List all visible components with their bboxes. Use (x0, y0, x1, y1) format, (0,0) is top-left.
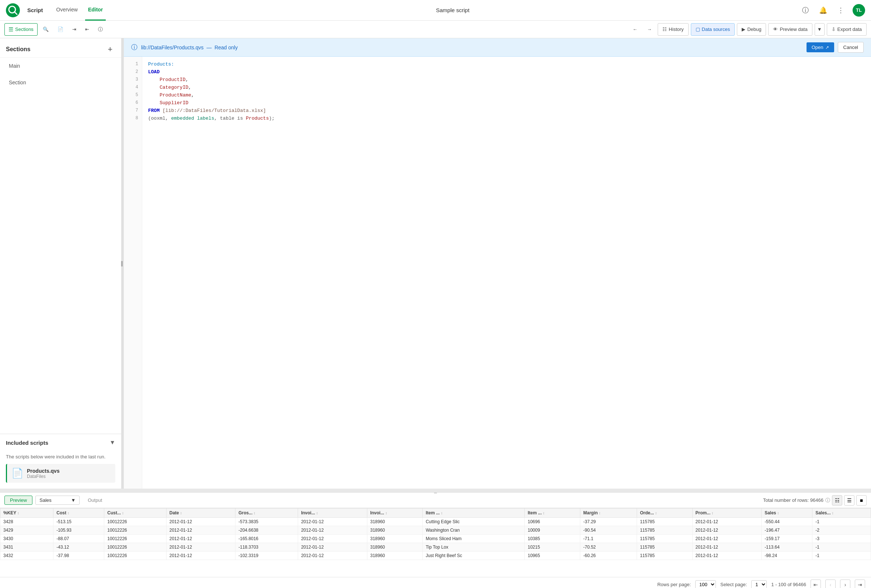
table-column-header[interactable]: Item ...↕ (525, 509, 580, 518)
user-avatar[interactable]: TL (853, 4, 865, 16)
undo-button[interactable]: ← (629, 23, 641, 36)
sort-icon: ↕ (655, 511, 657, 515)
sort-icon: ↕ (441, 511, 443, 515)
preview-panel: Preview Sales ▼ Output Total number of r… (0, 492, 871, 577)
data-sources-button[interactable]: ▢ Data sources (691, 23, 735, 36)
sidebar: Sections + Main Section Included scripts… (0, 38, 121, 489)
grid-view-1-button[interactable]: ☷ (832, 495, 842, 506)
table-column-header[interactable]: Margin↕ (580, 509, 637, 518)
table-cell: -43.12 (54, 543, 104, 552)
debug-button[interactable]: ▶ Debug (737, 23, 766, 36)
included-scripts-title: Included scripts (6, 440, 48, 446)
export-data-icon: ⇩ (832, 27, 836, 32)
editor-area: ⓘ lib://DataFiles/Products.qvs — Read on… (124, 38, 871, 489)
table-cell: -165.8016 (235, 534, 298, 543)
script-file-item[interactable]: 📄 Products.qvs DataFiles (6, 464, 115, 483)
bottom-resize-handle[interactable]: ⎯ (0, 489, 871, 492)
add-section-button[interactable]: + (105, 44, 115, 54)
table-column-header[interactable]: Item ...↕ (423, 509, 525, 518)
table-column-header[interactable]: Cust...↕ (104, 509, 166, 518)
help-icon: ⓘ (98, 26, 103, 33)
sections-button[interactable]: ☰ Sections (4, 23, 37, 36)
table-column-header[interactable]: Invoi...↕ (367, 509, 423, 518)
help-button[interactable]: ⓘ (94, 23, 106, 36)
line-numbers: 1 2 3 4 5 6 7 8 (124, 57, 142, 489)
table-cell: 318960 (367, 518, 423, 526)
table-column-header[interactable]: %KEY↕ (0, 509, 54, 518)
table-cell: 318960 (367, 534, 423, 543)
sections-icon: ☰ (9, 26, 13, 33)
search-button[interactable]: 🔍 (39, 23, 52, 36)
table-row[interactable]: 3428-513.15100122262012-01-12-573.383520… (0, 518, 871, 526)
table-cell: 3430 (0, 534, 54, 543)
table-cell: Cutting Edge Slic (423, 518, 525, 526)
data-table-wrapper[interactable]: %KEY↕Cost↕Cust...↕Date↕Gros...↕Invoi...↕… (0, 508, 871, 577)
first-page-button[interactable]: ⇤ (811, 579, 821, 588)
table-column-header[interactable]: Gros...↕ (235, 509, 298, 518)
table-column-header[interactable]: Date↕ (166, 509, 235, 518)
table-cell: 2012-01-12 (298, 552, 367, 560)
preview-button[interactable]: Preview (4, 495, 33, 505)
table-cell: 10696 (525, 518, 580, 526)
notifications-icon-button[interactable]: 🔔 (817, 4, 829, 16)
included-scripts-body: The scripts below were included in the l… (0, 451, 121, 489)
sidebar-item-section[interactable]: Section (0, 75, 121, 91)
page-range-label: 1 - 100 of 96466 (771, 582, 806, 587)
rows-per-page-select[interactable]: 100 50 200 (695, 580, 716, 588)
table-column-header[interactable]: Cost↕ (54, 509, 104, 518)
preview-data-button[interactable]: 👁 Preview data (768, 23, 812, 36)
output-button[interactable]: Output (82, 496, 107, 504)
info-circle-icon: ⓘ (825, 497, 830, 504)
sort-icon: ↕ (122, 511, 124, 515)
sort-icon: ↕ (316, 511, 318, 515)
table-dropdown[interactable]: Sales ▼ (35, 495, 79, 505)
table-column-header[interactable]: Sales...↕ (813, 509, 871, 518)
search-icon: 🔍 (43, 27, 49, 32)
grid-icon-button[interactable]: ⋮ (835, 4, 847, 16)
grid-view-3-button[interactable]: ■ (856, 495, 867, 506)
table-cell: -196.47 (762, 526, 813, 534)
grid-view-2-button[interactable]: ☰ (844, 495, 855, 506)
table-cell: 2012-01-12 (166, 526, 235, 534)
table-cell: 3428 (0, 518, 54, 526)
tab-editor[interactable]: Editor (85, 0, 106, 21)
select-page-select[interactable]: 1 2 3 (751, 580, 767, 588)
table-row[interactable]: 3429-105.93100122262012-01-12-204.663820… (0, 526, 871, 534)
pagination-bar: Rows per page: 100 50 200 Select page: 1… (0, 577, 871, 588)
table-row[interactable]: 3431-43.12100122262012-01-12-118.3703201… (0, 543, 871, 552)
open-external-icon: ↗ (825, 45, 829, 50)
table-column-header[interactable]: Orde...↕ (637, 509, 692, 518)
readonly-cancel-button[interactable]: Cancel (838, 42, 864, 53)
help-icon-button[interactable]: ⓘ (799, 4, 811, 16)
preview-data-icon: 👁 (773, 27, 778, 32)
table-cell: 10215 (525, 543, 580, 552)
redo-button[interactable]: → (643, 23, 655, 36)
snippet-button[interactable]: 📄 (54, 23, 67, 36)
table-column-header[interactable]: Invoi...↕ (298, 509, 367, 518)
last-page-button[interactable]: ⇥ (855, 579, 865, 588)
outdent-button[interactable]: ⇤ (81, 23, 93, 36)
table-row[interactable]: 3430-88.07100122262012-01-12-165.8016201… (0, 534, 871, 543)
readonly-open-button[interactable]: Open ↗ (807, 42, 834, 52)
history-button[interactable]: ☷ History (658, 23, 688, 36)
prev-page-button[interactable]: ‹ (825, 579, 836, 588)
table-cell: 10385 (525, 534, 580, 543)
table-cell: -90.54 (580, 526, 637, 534)
code-content[interactable]: Products: LOAD ProductID, CategoryID, Pr… (142, 57, 871, 489)
next-page-button[interactable]: › (840, 579, 850, 588)
table-cell: -71.1 (580, 534, 637, 543)
sort-icon: ↕ (711, 511, 713, 515)
table-cell: 10012226 (104, 552, 166, 560)
sidebar-item-main[interactable]: Main (0, 58, 121, 75)
included-scripts-header[interactable]: Included scripts ▼ (0, 434, 121, 451)
indent-button[interactable]: ⇥ (69, 23, 80, 36)
export-data-button[interactable]: ⇩ Export data (827, 23, 867, 36)
preview-data-dropdown[interactable]: ▼ (815, 23, 825, 36)
table-row[interactable]: 3432-37.98100122262012-01-12-102.3319201… (0, 552, 871, 560)
code-editor[interactable]: 1 2 3 4 5 6 7 8 Products: LOAD ProductID… (124, 57, 871, 489)
table-cell: 318960 (367, 552, 423, 560)
table-column-header[interactable]: Sales↕ (762, 509, 813, 518)
tab-overview[interactable]: Overview (54, 0, 81, 21)
table-cell: 10012226 (104, 526, 166, 534)
table-column-header[interactable]: Prom...↕ (692, 509, 762, 518)
